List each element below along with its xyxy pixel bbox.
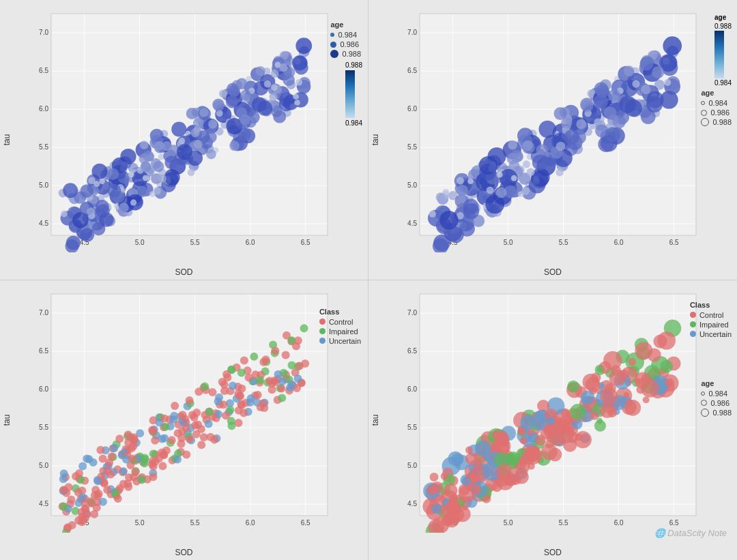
legend-item-1: 0.984 [330, 31, 361, 39]
legend-class-control-br: Control [690, 311, 732, 319]
legend-dot-1 [330, 33, 334, 37]
legend-size-title-tr: age [701, 89, 732, 97]
legend-size-item-2-br: 0.986 [701, 399, 732, 407]
x-axis-label-tl: SOD [175, 267, 192, 277]
legend-class-impaired-br: Impaired [690, 321, 732, 329]
y-axis-label-tr: tau [371, 134, 380, 145]
y-axis-label-bl: tau [2, 414, 12, 426]
legend-item-3: 0.988 [330, 50, 361, 58]
legend-class-title-bl: Class [319, 308, 361, 316]
scatter-plot-bl [27, 287, 334, 533]
legend-circle-3-tr [701, 118, 709, 126]
legend-class-uncertain-br: Uncertain [690, 330, 732, 338]
legend-size-item-2-tr: 0.986 [701, 108, 732, 117]
scatter-plot-tr [396, 7, 703, 252]
legend-dot-uncertain-br [690, 331, 696, 337]
legend-circle-2-br [701, 400, 707, 406]
legend-size-title-br: age [701, 379, 732, 387]
x-axis-label-br: SOD [544, 548, 562, 557]
legend-size-item-3-tr: 0.988 [701, 118, 732, 126]
panel-bottom-right: tau SOD Class Control Impaired Uncertain… [369, 280, 737, 561]
legend-title-tl: age [330, 20, 361, 29]
legend-class-title-br: Class [690, 301, 732, 309]
colorbar-tl: 0.988 0.984 [345, 61, 362, 127]
colorbar-tr: age 0.988 0.984 [714, 14, 732, 87]
y-axis-label-br: tau [371, 414, 380, 426]
legend-class-control: Control [319, 318, 361, 326]
legend-circle-1-br [701, 392, 705, 396]
legend-circle-2-tr [701, 110, 707, 116]
x-axis-label-bl: SOD [175, 548, 192, 557]
chart-grid: tau SOD age 0.984 0.986 0.988 0.988 0.98… [0, 0, 737, 560]
legend-dot-uncertain [319, 338, 326, 344]
legend-class-br: Class Control Impaired Uncertain [690, 301, 732, 340]
legend-circle-3-br [701, 409, 709, 417]
legend-circle-1-tr [701, 101, 705, 105]
legend-size-tr: age 0.984 0.986 0.988 [701, 89, 732, 128]
scatter-plot-br [396, 287, 703, 533]
legend-class-impaired: Impaired [319, 327, 361, 336]
legend-size-item-1-br: 0.984 [701, 389, 732, 398]
watermark: 🌐 DataScity Note [654, 528, 727, 538]
scatter-plot-tl [27, 7, 334, 252]
legend-dot-control [319, 319, 326, 325]
legend-class-bl: Class Control Impaired Uncertain [319, 308, 361, 347]
x-axis-label-tr: SOD [544, 267, 562, 277]
panel-top-right: tau SOD age 0.988 0.984 age 0.984 0.986 … [369, 0, 737, 280]
legend-size-br: age 0.984 0.986 0.988 [701, 379, 732, 418]
legend-item-2: 0.986 [330, 40, 361, 48]
legend-dot-control-br [690, 312, 696, 318]
y-axis-label-tl: tau [2, 134, 12, 145]
legend-dot-3 [330, 50, 338, 58]
legend-dot-2 [330, 42, 336, 48]
legend-dot-impaired [319, 328, 326, 334]
legend-size-item-1-tr: 0.984 [701, 99, 732, 107]
legend-class-uncertain: Uncertain [319, 337, 361, 345]
legend-dot-impaired-br [690, 321, 696, 327]
legend-tl: age 0.984 0.986 0.988 [330, 20, 361, 59]
legend-size-item-3-br: 0.988 [701, 409, 732, 417]
panel-bottom-left: tau SOD Class Control Impaired Uncertain [0, 280, 369, 561]
panel-top-left: tau SOD age 0.984 0.986 0.988 0.988 0.98… [0, 0, 369, 280]
